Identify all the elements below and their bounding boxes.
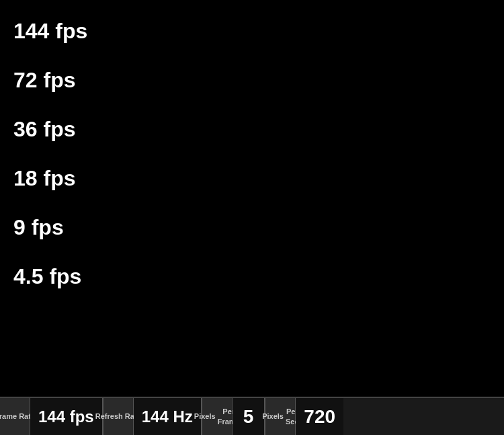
refresh-rate-label: Refresh Rate xyxy=(103,398,134,435)
status-bar: Frame Rate 144 fps Refresh Rate 144 Hz P… xyxy=(0,397,504,435)
pixels-per-sec-segment: Pixels Per Sec 720 xyxy=(265,398,343,435)
pixels-per-frame-segment: Pixels Per Frame 5 xyxy=(202,398,266,435)
frame-rate-label: Frame Rate xyxy=(0,398,30,435)
frame-rate-value: 144 fps xyxy=(30,398,102,435)
fps-label-36: 36 fps xyxy=(13,105,504,154)
frame-rate-segment: Frame Rate 144 fps xyxy=(0,398,103,435)
pixels-per-sec-value: 720 xyxy=(296,398,343,435)
fps-label-72: 72 fps xyxy=(13,56,504,105)
refresh-rate-segment: Refresh Rate 144 Hz xyxy=(103,398,202,435)
fps-label-4-5: 4.5 fps xyxy=(13,252,504,301)
main-content: 144 fps 72 fps 36 fps 18 fps 9 fps 4.5 f… xyxy=(0,0,504,397)
fps-label-144: 144 fps xyxy=(13,7,504,56)
pixels-per-sec-label: Pixels Per Sec xyxy=(265,398,296,435)
pixels-per-frame-value: 5 xyxy=(233,398,265,435)
fps-label-9: 9 fps xyxy=(13,203,504,252)
pixels-per-frame-label: Pixels Per Frame xyxy=(202,398,233,435)
refresh-rate-value: 144 Hz xyxy=(134,398,201,435)
fps-label-18: 18 fps xyxy=(13,154,504,203)
